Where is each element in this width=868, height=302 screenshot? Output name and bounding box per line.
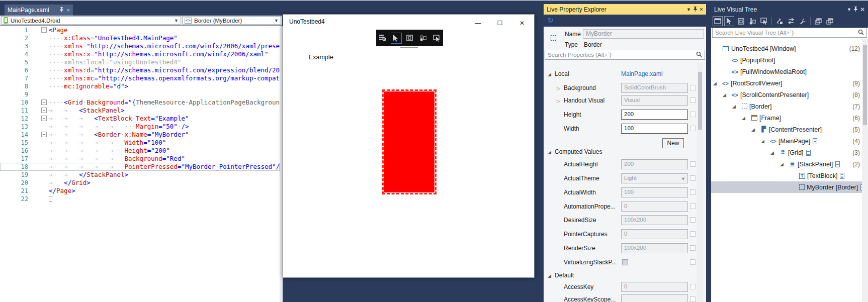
lpe-header[interactable]: Live Property Explorer ▼ × <box>544 4 706 15</box>
maximize-button[interactable]: ☐ <box>495 19 504 28</box>
code-line-3[interactable]: 3····xmlns="http://schemas.microsoft.com… <box>0 42 280 50</box>
property-pin-checkbox[interactable] <box>690 189 696 195</box>
refresh-icon[interactable]: ↻ <box>548 16 554 24</box>
tree-expander-icon[interactable]: ◢ <box>732 104 736 109</box>
pin-icon[interactable] <box>853 6 858 13</box>
sync-selection-icon[interactable] <box>786 16 796 26</box>
collapse-all-icon[interactable] <box>813 16 823 26</box>
code-line-11[interactable]: 11−→ → <StackPanel> <box>0 107 280 115</box>
fold-collapse-icon[interactable]: − <box>41 27 47 33</box>
code-line-20[interactable]: 20→ </Grid> <box>0 179 280 187</box>
fold-collapse-icon[interactable]: − <box>41 116 47 121</box>
close-panel-icon[interactable]: ✕ <box>860 6 865 13</box>
fold-collapse-icon[interactable]: − <box>41 99 47 105</box>
close-tab-icon[interactable]: × <box>67 8 70 13</box>
code-line-15[interactable]: 15→ → → → → Width="100" <box>0 139 280 147</box>
enable-inapp-toolbar-icon[interactable] <box>774 16 785 26</box>
property-value-checkbox[interactable] <box>622 259 628 265</box>
name-field[interactable]: MyBorder <box>583 29 704 39</box>
tree-node-ScrollContentPresenter[interactable]: ◢<>[ScrollContentPresenter](8) <box>711 89 862 100</box>
tree-node-FullWindowMediaRoot[interactable]: <>[FullWindowMediaRoot] <box>711 66 862 77</box>
property-pin-checkbox[interactable] <box>690 245 696 251</box>
code-line-6[interactable]: 6····xmlns:d="http://schemas.microsoft.c… <box>0 66 280 74</box>
lvt-scrollbar[interactable] <box>862 39 868 302</box>
tree-expander-icon[interactable]: ◢ <box>751 127 755 132</box>
fold-collapse-icon[interactable]: − <box>41 108 47 113</box>
enable-selection-icon[interactable] <box>391 33 402 44</box>
tree-expander-icon[interactable]: ◢ <box>770 150 774 155</box>
project-dropdown[interactable]: UnoTestbed4.Droid ▼ <box>1 16 181 25</box>
tree-node-MyBorderBorder[interactable]: MyBorder [Border] <box>711 181 862 193</box>
myborder-red-rectangle[interactable] <box>384 91 435 192</box>
property-expander-icon[interactable]: ▷ <box>557 98 560 104</box>
tree-node-RootScrollViewer[interactable]: ◢<>[RootScrollViewer](9) <box>711 77 862 89</box>
code-line-16[interactable]: 16→ → → → → Height="200" <box>0 147 280 155</box>
tree-node-Border[interactable]: ◢[Border](7) <box>711 100 862 112</box>
code-line-4[interactable]: 4····xmlns:x="http://schemas.microsoft.c… <box>0 50 280 58</box>
source-document-icon[interactable] <box>840 173 844 179</box>
xaml-code-editor[interactable]: 1−<Page2····x:Class="UnoTestbed4.MainPag… <box>0 26 280 302</box>
property-pin-checkbox[interactable] <box>690 217 696 223</box>
enable-selection-icon[interactable] <box>724 16 734 26</box>
section-expander-icon[interactable]: ◢ <box>548 273 551 278</box>
code-line-22[interactable]: 22 <box>0 195 280 203</box>
tree-node-ContentPresenter[interactable]: ◢▛[ContentPresenter](5) <box>711 124 862 135</box>
tree-node-Grid[interactable]: ◢⠿[Grid](3) <box>711 147 862 158</box>
code-line-8[interactable]: 8····mc:Ignorable="d"> <box>0 82 280 90</box>
code-line-5[interactable]: 5····xmlns:local="using:UnoTestbed4" <box>0 58 280 66</box>
tree-expander-icon[interactable]: ◢ <box>761 139 764 144</box>
pin-icon[interactable] <box>693 6 698 13</box>
property-pin-checkbox[interactable] <box>690 175 696 181</box>
go-to-live-visual-tree-icon[interactable] <box>377 33 388 44</box>
select-element-icon[interactable] <box>759 16 769 26</box>
property-pin-checkbox[interactable] <box>690 296 696 302</box>
element-dropdown[interactable]: <> Border (MyBorder) ▼ <box>182 16 281 25</box>
track-focused-element-icon[interactable] <box>747 16 757 26</box>
close-panel-icon[interactable]: × <box>700 6 703 13</box>
select-element-icon[interactable] <box>431 33 443 44</box>
source-document-icon[interactable] <box>835 161 840 167</box>
toolbar-grip[interactable] <box>400 47 418 48</box>
code-line-10[interactable]: 10−····<Grid·Background="{ThemeResource·… <box>0 98 280 107</box>
code-line-17[interactable]: 17→ → → → → Background="Red" <box>0 155 280 163</box>
property-pin-checkbox[interactable] <box>690 204 696 209</box>
code-line-9[interactable]: 9 <box>0 90 280 98</box>
close-button[interactable]: ✕ <box>517 19 527 28</box>
tree-expander-icon[interactable]: ◢ <box>780 162 784 167</box>
property-expander-icon[interactable]: ▷ <box>557 86 560 91</box>
expand-all-icon[interactable] <box>825 16 835 26</box>
tree-expander-icon[interactable]: ◢ <box>713 81 717 86</box>
tab-mainpage-xaml[interactable]: MainPage.xaml × <box>5 5 73 16</box>
property-pin-checkbox[interactable] <box>690 85 696 90</box>
fold-collapse-icon[interactable]: − <box>41 132 47 137</box>
format-xaml-icon[interactable] <box>798 16 808 26</box>
chevron-down-icon[interactable]: ▼ <box>847 7 851 12</box>
source-file-link[interactable]: MainPage.xaml <box>621 70 663 77</box>
code-line-1[interactable]: 1−<Page <box>0 26 280 34</box>
tree-node-StackPanel[interactable]: ◢≣[StackPanel](2) <box>711 158 862 170</box>
code-line-14[interactable]: 14−→ → → <Border·x:Name="MyBorder" <box>0 131 280 139</box>
tree-node-UnoTestbed4Window[interactable]: UnoTestbed4 [Window](12) <box>711 43 862 54</box>
display-layout-adorners-icon[interactable] <box>736 16 746 26</box>
property-pin-checkbox[interactable] <box>690 284 696 289</box>
tree-node-TextBlock[interactable]: T[TextBlock] <box>711 170 862 181</box>
display-layout-adorners-icon[interactable] <box>404 33 415 44</box>
code-line-18[interactable]: 18→ → → → → PointerPressed="MyBorder_Poi… <box>0 163 280 171</box>
track-focused-element-icon[interactable] <box>418 33 429 44</box>
property-value-field[interactable]: 200 <box>621 110 688 120</box>
tree-node-PopupRoot[interactable]: <>[PopupRoot] <box>711 54 862 66</box>
property-pin-checkbox[interactable] <box>690 97 696 103</box>
code-line-21[interactable]: 21</Page> <box>0 187 280 195</box>
search-live-visual-tree-input[interactable]: Search Live Visual Tree (Alt+`) <box>712 28 867 38</box>
code-line-12[interactable]: 12−→ → → <TextBlock·Text="Example" <box>0 115 280 123</box>
lpe-scrollbar[interactable] <box>697 63 703 302</box>
tree-node-MainPage[interactable]: ◢<>[MainPage](4) <box>711 135 862 147</box>
source-document-icon[interactable] <box>813 138 817 144</box>
section-expander-icon[interactable]: ◢ <box>548 72 551 77</box>
property-pin-checkbox[interactable] <box>690 112 696 117</box>
property-pin-checkbox[interactable] <box>690 259 696 265</box>
property-pin-checkbox[interactable] <box>690 161 696 167</box>
minimize-button[interactable]: — <box>473 19 482 28</box>
section-expander-icon[interactable]: ◢ <box>548 150 551 155</box>
select-window-icon[interactable] <box>713 16 723 26</box>
